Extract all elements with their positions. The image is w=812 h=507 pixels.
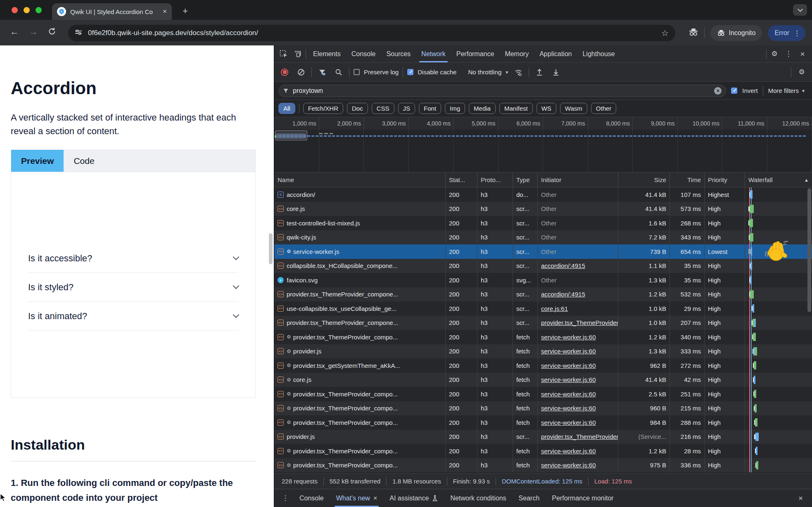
request-row[interactable]: <>⚙service-worker.js200h3scr...Other739 … (274, 244, 812, 259)
column-header-initiator[interactable]: Initiator (538, 173, 618, 187)
request-name-cell[interactable]: <>collapsible.tsx_HCollapsible_compone..… (274, 259, 446, 273)
tab-code[interactable]: Code (64, 150, 104, 172)
column-header-priority[interactable]: Priority (705, 173, 745, 187)
incognito-profile-chip[interactable]: Incognito (710, 25, 762, 41)
filter-chip-ws[interactable]: WS (537, 103, 556, 114)
tab-close-icon[interactable]: × (163, 7, 167, 16)
request-row[interactable]: <>provider.tsx_ThemeProvider_compone...2… (274, 287, 812, 302)
request-row[interactable]: <>provider.js200h3scr...provider.tsx_The… (274, 430, 812, 444)
request-name-cell[interactable]: <>provider.tsx_ThemeProvider_compone... (274, 316, 446, 330)
initiator-cell[interactable]: service-worker.js:60 (538, 330, 618, 344)
filter-chip-wasm[interactable]: Wasm (560, 103, 587, 114)
initiator-link[interactable]: accordion/:4915 (541, 262, 585, 269)
filter-chip-fetchxhr[interactable]: Fetch/XHR (303, 103, 343, 114)
drawer-tab-what-s-new[interactable]: What's new× (330, 489, 383, 507)
network-conditions-icon[interactable] (512, 66, 525, 78)
request-row[interactable]: <>⚙provider.tsx_ThemeProvider_compo...20… (274, 387, 812, 401)
network-overview-timeline[interactable]: 1,000 ms2,000 ms3,000 ms4,000 ms5,000 ms… (274, 117, 812, 173)
request-row[interactable]: <>⚙provider.tsx_ThemeProvider_compo...20… (274, 415, 812, 430)
request-name-cell[interactable]: <>⚙provider.tsx_getSystemTheme_aKkA... (274, 358, 446, 373)
invert-checkbox[interactable] (731, 88, 737, 94)
close-window-button[interactable] (12, 7, 18, 13)
initiator-link[interactable]: service-worker.js:60 (541, 362, 596, 369)
export-har-icon[interactable] (550, 66, 562, 78)
request-name-cell[interactable]: <>⚙provider.tsx_ThemeProvider_compo... (274, 387, 446, 401)
request-name-cell[interactable]: <>test-controlled-list-mixed.js (274, 216, 446, 230)
initiator-link[interactable]: service-worker.js:60 (541, 405, 596, 412)
devtools-kebab-menu-icon[interactable]: ⋮ (782, 48, 795, 60)
devtools-close-icon[interactable]: × (796, 48, 809, 60)
request-row[interactable]: ≡accordion/200h3do...Other41.4 kB107 msH… (274, 187, 812, 202)
zoom-window-button[interactable] (36, 7, 42, 13)
request-row[interactable]: <>test-controlled-list-mixed.js200h3scr.… (274, 216, 812, 230)
filter-text-input[interactable]: proxytown × (278, 85, 726, 97)
initiator-cell[interactable]: provider.tsx_ThemeProvider (538, 430, 618, 444)
request-name-cell[interactable]: <>⚙provider.tsx_ThemeProvider_compo... (274, 458, 446, 473)
page-scrollbar-thumb[interactable] (269, 233, 273, 264)
filter-chip-all[interactable]: All (278, 103, 295, 114)
initiator-link[interactable]: service-worker.js:60 (541, 348, 596, 355)
drawer-kebab-menu-icon[interactable]: ⋮ (278, 494, 293, 502)
throttling-select[interactable]: No throttling (468, 69, 501, 76)
forward-button[interactable]: → (29, 26, 38, 37)
drawer-tab-ai-assistance[interactable]: AI assistance (384, 489, 444, 507)
filter-chip-other[interactable]: Other (591, 103, 617, 114)
initiator-cell[interactable]: service-worker.js:60 (538, 401, 618, 416)
column-header-waterfall[interactable]: Waterfall▲ (745, 173, 812, 187)
column-header-type[interactable]: Type (513, 173, 538, 187)
tab-preview[interactable]: Preview (11, 150, 64, 172)
initiator-link[interactable]: provider.tsx_ThemeProvider (541, 433, 618, 440)
initiator-cell[interactable]: service-worker.js:60 (538, 444, 618, 458)
devtools-tab-memory[interactable]: Memory (499, 45, 534, 62)
search-icon[interactable] (332, 66, 345, 78)
request-name-cell[interactable]: <>⚙core.js (274, 373, 446, 387)
request-row[interactable]: <>qwik-city.js200h3scr...Other7.2 kB343 … (274, 230, 812, 245)
request-name-cell[interactable]: <>⚙provider.js (274, 344, 446, 359)
devtools-tab-lighthouse[interactable]: Lighthouse (577, 45, 620, 62)
request-name-cell[interactable]: <>qwik-city.js (274, 230, 446, 245)
devtools-tab-sources[interactable]: Sources (381, 45, 416, 62)
devtools-tab-console[interactable]: Console (346, 45, 381, 62)
initiator-link[interactable]: provider.tsx_ThemeProvider (541, 319, 618, 326)
more-filters-button[interactable]: More filters ▾ (768, 87, 808, 94)
request-row[interactable]: <>⚙provider.js200h3fetchservice-worker.j… (274, 344, 812, 359)
accordion-item[interactable]: Is it accessible? (28, 244, 238, 273)
initiator-link[interactable]: service-worker.js:60 (541, 419, 596, 426)
column-header-size[interactable]: Size (618, 173, 670, 187)
initiator-link[interactable]: service-worker.js:60 (541, 448, 596, 455)
back-button[interactable]: ← (10, 26, 19, 37)
initiator-cell[interactable]: service-worker.js:60 (538, 358, 618, 373)
browser-menu-error-button[interactable]: Error ⋮ (768, 25, 805, 41)
initiator-cell[interactable]: service-worker.js:60 (538, 344, 618, 359)
accordion-item[interactable]: Is it styled? (28, 273, 238, 302)
devtools-tab-elements[interactable]: Elements (308, 45, 346, 62)
column-header-proto[interactable]: Proto... (477, 173, 513, 187)
initiator-link[interactable]: service-worker.js:60 (541, 376, 596, 383)
clear-network-log-icon[interactable] (295, 66, 307, 78)
initiator-cell[interactable]: accordion/:4915 (538, 259, 618, 273)
filter-funnel-icon[interactable] (316, 66, 328, 78)
request-row[interactable]: <>⚙provider.tsx_ThemeProvider_compo...20… (274, 401, 812, 416)
column-header-name[interactable]: Name (274, 173, 446, 187)
request-row[interactable]: <>⚙provider.tsx_ThemeProvider_compo...20… (274, 458, 812, 473)
request-row[interactable]: <>⚙provider.tsx_ThemeProvider_compo...20… (274, 330, 812, 344)
devtools-tab-application[interactable]: Application (534, 45, 577, 62)
device-toolbar-icon[interactable] (292, 48, 304, 60)
request-row[interactable]: <>⚙core.js200h3fetchservice-worker.js:60… (274, 373, 812, 387)
request-row[interactable]: ◗favicon.svg200h3svg...Other1.3 kB35 msH… (274, 273, 812, 287)
drawer-tab-network-conditions[interactable]: Network conditions (444, 489, 512, 507)
record-network-log-icon[interactable] (278, 66, 291, 78)
request-name-cell[interactable]: ≡accordion/ (274, 187, 446, 202)
accordion-item[interactable]: Is it animated? (28, 302, 238, 331)
devtools-settings-gear-icon[interactable]: ⚙ (768, 48, 781, 60)
filter-chip-css[interactable]: CSS (372, 103, 394, 114)
minimize-window-button[interactable] (24, 7, 30, 13)
drawer-close-icon[interactable]: × (793, 494, 809, 503)
filter-chip-media[interactable]: Media (469, 103, 496, 114)
devtools-tab-network[interactable]: Network (416, 45, 451, 62)
site-info-icon[interactable] (75, 28, 82, 38)
request-name-cell[interactable]: ◗favicon.svg (274, 273, 446, 287)
initiator-cell[interactable]: service-worker.js:60 (538, 373, 618, 387)
request-name-cell[interactable]: <>⚙provider.tsx_ThemeProvider_compo... (274, 401, 446, 416)
devtools-tab-performance[interactable]: Performance (451, 45, 500, 62)
